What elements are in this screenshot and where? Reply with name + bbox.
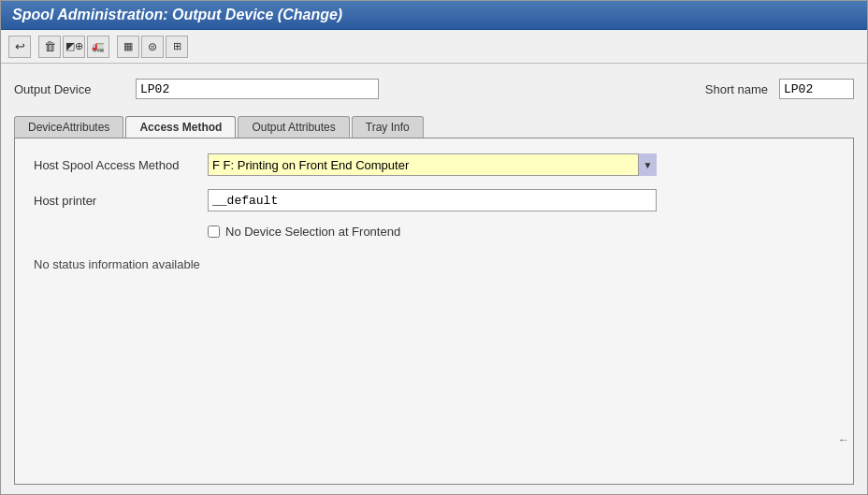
short-name-input[interactable] xyxy=(779,79,854,99)
no-device-label: No Device Selection at Frontend xyxy=(225,225,400,239)
back-button[interactable]: ↩ xyxy=(8,36,31,58)
top-fields-row: Output Device Short name xyxy=(14,73,854,105)
tabs-container: DeviceAttributes Access Method Output At… xyxy=(14,116,854,138)
grid-icon: ▦ xyxy=(123,40,133,52)
toolbar: ↩ 🗑 ◩⊕ 🚛 ▦ ⊜ ⊞ xyxy=(1,30,867,64)
host-spool-row: Host Spool Access Method F F: Printing o… xyxy=(34,153,834,176)
transport-icon: 🚛 xyxy=(92,40,105,52)
config-button[interactable]: ⊞ xyxy=(166,36,188,58)
delete-icon: 🗑 xyxy=(44,39,56,53)
output-device-row: Output Device xyxy=(14,79,379,99)
copy-button[interactable]: ◩⊕ xyxy=(63,36,85,58)
delete-button[interactable]: 🗑 xyxy=(38,36,61,58)
tab-access-method[interactable]: Access Method xyxy=(125,116,236,138)
output-device-input[interactable] xyxy=(136,79,379,99)
grid-button[interactable]: ▦ xyxy=(117,36,139,58)
host-spool-select-wrapper: F F: Printing on Front End Computer G G:… xyxy=(208,153,657,176)
tab-output-attributes[interactable]: Output Attributes xyxy=(238,116,349,138)
scroll-indicator: ← xyxy=(838,433,849,446)
host-spool-label: Host Spool Access Method xyxy=(34,158,193,172)
title-bar: Spool Administration: Output Device (Cha… xyxy=(1,1,867,30)
host-printer-row: Host printer xyxy=(34,189,834,211)
tabs-and-content: DeviceAttributes Access Method Output At… xyxy=(14,112,854,485)
output-device-label: Output Device xyxy=(14,82,117,96)
copy-icon: ◩⊕ xyxy=(65,40,83,52)
no-device-row: No Device Selection at Frontend xyxy=(208,225,834,239)
host-spool-select[interactable]: F F: Printing on Front End Computer G G:… xyxy=(208,153,657,176)
host-printer-input[interactable] xyxy=(208,189,657,211)
short-name-label: Short name xyxy=(705,82,768,96)
print-icon: ⊜ xyxy=(148,40,157,53)
tab-device-attributes[interactable]: DeviceAttributes xyxy=(14,116,123,138)
host-printer-label: Host printer xyxy=(34,194,193,208)
transport-button[interactable]: 🚛 xyxy=(87,36,109,58)
access-method-tab-content: Host Spool Access Method F F: Printing o… xyxy=(14,138,854,485)
print-button[interactable]: ⊜ xyxy=(141,36,164,58)
tab-tray-info[interactable]: Tray Info xyxy=(352,116,424,138)
config-icon: ⊞ xyxy=(173,40,181,52)
content-area: Output Device Short name DeviceAttribute… xyxy=(1,64,867,494)
status-text: No status information available xyxy=(34,257,834,271)
back-icon: ↩ xyxy=(15,39,25,53)
main-window: Spool Administration: Output Device (Cha… xyxy=(0,0,868,495)
no-device-checkbox[interactable] xyxy=(208,226,220,238)
page-title: Spool Administration: Output Device (Cha… xyxy=(12,7,342,22)
